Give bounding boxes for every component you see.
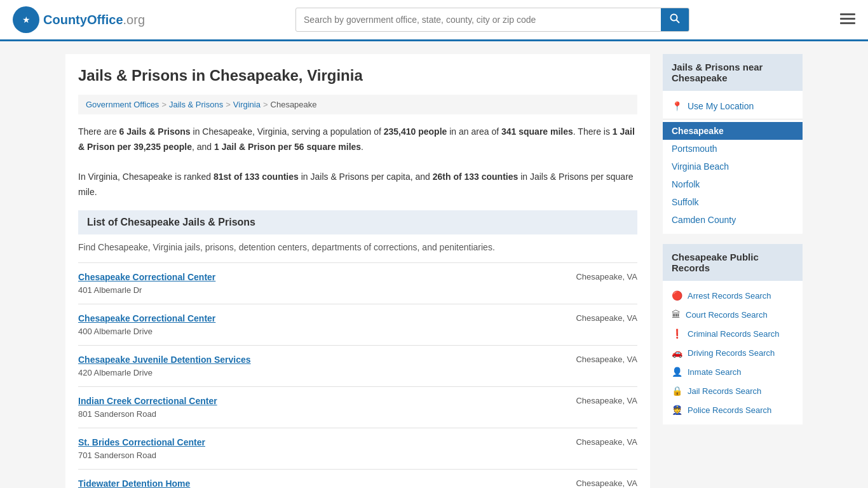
facility-name-link[interactable]: Indian Creek Correctional Center bbox=[78, 396, 548, 406]
criminal-icon: ❗ bbox=[672, 329, 682, 339]
facility-location: Chesapeake, VA bbox=[548, 437, 637, 447]
svg-rect-4 bbox=[840, 13, 855, 15]
record-link[interactable]: Driving Records Search bbox=[688, 348, 775, 358]
facility-info: Indian Creek Correctional Center 801 San… bbox=[78, 396, 548, 419]
sidebar-item-suffolk[interactable]: Suffolk bbox=[663, 193, 803, 211]
sidebar: Jails & Prisons near Chesapeake 📍 Use My… bbox=[663, 54, 803, 488]
facilities-list: Chesapeake Correctional Center 401 Albem… bbox=[78, 262, 637, 488]
list-header: List of Chesapeake Jails & Prisons bbox=[78, 210, 637, 234]
nearby-cities-list: ChesapeakePortsmouthVirginia BeachNorfol… bbox=[663, 122, 803, 229]
facility-info: Chesapeake Juvenile Detention Services 4… bbox=[78, 355, 548, 377]
city-link[interactable]: Camden County bbox=[672, 215, 736, 225]
page-title: Jails & Prisons in Chesapeake, Virginia bbox=[78, 67, 637, 85]
sidebar-item-portsmouth[interactable]: Portsmouth bbox=[663, 140, 803, 158]
table-row: St. Brides Correctional Center 701 Sande… bbox=[78, 428, 637, 469]
record-link[interactable]: Arrest Records Search bbox=[688, 291, 771, 301]
svg-rect-5 bbox=[840, 18, 855, 20]
nearby-header: Jails & Prisons near Chesapeake bbox=[663, 54, 803, 91]
table-row: Indian Creek Correctional Center 801 San… bbox=[78, 386, 637, 428]
breadcrumb-government-offices[interactable]: Government Offices bbox=[86, 100, 159, 109]
facility-info: Chesapeake Correctional Center 401 Albem… bbox=[78, 272, 548, 295]
search-button[interactable] bbox=[661, 8, 689, 31]
facility-address: 801 Sanderson Road bbox=[78, 409, 156, 419]
record-link[interactable]: Inmate Search bbox=[688, 367, 742, 377]
svg-text:★: ★ bbox=[22, 15, 31, 25]
police-icon: 👮 bbox=[672, 405, 682, 415]
facility-address: 400 Albemarle Drive bbox=[78, 327, 153, 336]
record-arrest[interactable]: 🔴 Arrest Records Search bbox=[663, 286, 803, 305]
use-my-location-link[interactable]: Use My Location bbox=[688, 101, 754, 111]
facility-name-link[interactable]: Chesapeake Juvenile Detention Services bbox=[78, 355, 548, 365]
breadcrumb-jails-prisons[interactable]: Jails & Prisons bbox=[169, 100, 223, 109]
svg-rect-6 bbox=[840, 22, 855, 24]
sidebar-item-chesapeake[interactable]: Chesapeake bbox=[663, 122, 803, 140]
facility-address: 401 Albemarle Dr bbox=[78, 285, 142, 295]
facility-name-link[interactable]: Chesapeake Correctional Center bbox=[78, 313, 548, 323]
facility-address: 420 Albemarle Drive bbox=[78, 368, 153, 377]
record-court[interactable]: 🏛 Court Records Search bbox=[663, 305, 803, 324]
list-description: Find Chesapeake, Virginia jails, prisons… bbox=[78, 242, 637, 252]
record-link[interactable]: Criminal Records Search bbox=[688, 329, 780, 339]
public-records-body: 🔴 Arrest Records Search 🏛 Court Records … bbox=[663, 281, 803, 424]
facility-name-link[interactable]: St. Brides Correctional Center bbox=[78, 437, 548, 447]
table-row: Chesapeake Correctional Center 400 Albem… bbox=[78, 304, 637, 345]
court-icon: 🏛 bbox=[672, 309, 681, 320]
facility-address: 701 Sanderson Road bbox=[78, 451, 156, 460]
nearby-body: 📍 Use My Location ChesapeakePortsmouthVi… bbox=[663, 91, 803, 234]
arrest-icon: 🔴 bbox=[672, 290, 682, 301]
facility-name-link[interactable]: Chesapeake Correctional Center bbox=[78, 272, 548, 282]
table-row: Chesapeake Correctional Center 401 Albem… bbox=[78, 262, 637, 304]
public-records-header: Chesapeake Public Records bbox=[663, 244, 803, 281]
record-police[interactable]: 👮 Police Records Search bbox=[663, 400, 803, 419]
facility-location: Chesapeake, VA bbox=[548, 355, 637, 364]
driving-icon: 🚗 bbox=[672, 348, 682, 358]
menu-icon[interactable] bbox=[840, 11, 855, 29]
city-link[interactable]: Suffolk bbox=[672, 197, 699, 207]
sidebar-item-norfolk[interactable]: Norfolk bbox=[663, 175, 803, 193]
list-section: List of Chesapeake Jails & Prisons Find … bbox=[78, 210, 637, 488]
logo[interactable]: ★ CountyOffice.org bbox=[13, 6, 145, 33]
inmate-icon: 👤 bbox=[672, 367, 682, 377]
public-records-section: Chesapeake Public Records 🔴 Arrest Recor… bbox=[663, 244, 803, 424]
public-records-list: 🔴 Arrest Records Search 🏛 Court Records … bbox=[663, 286, 803, 419]
facility-location: Chesapeake, VA bbox=[548, 478, 637, 488]
use-my-location[interactable]: 📍 Use My Location bbox=[663, 96, 803, 116]
svg-line-3 bbox=[677, 20, 680, 24]
nearby-section: Jails & Prisons near Chesapeake 📍 Use My… bbox=[663, 54, 803, 234]
city-link[interactable]: Portsmouth bbox=[672, 144, 717, 154]
sidebar-item-camden-county[interactable]: Camden County bbox=[663, 211, 803, 229]
record-inmate[interactable]: 👤 Inmate Search bbox=[663, 362, 803, 381]
description: There are 6 Jails & Prisons in Chesapeak… bbox=[78, 125, 637, 200]
search-bar bbox=[295, 8, 689, 32]
record-link[interactable]: Police Records Search bbox=[688, 405, 771, 415]
city-link[interactable]: Chesapeake bbox=[672, 126, 724, 136]
facility-location: Chesapeake, VA bbox=[548, 272, 637, 281]
table-row: Tidewater Detention Home 420 Albemarle D… bbox=[78, 469, 637, 488]
facility-name-link[interactable]: Tidewater Detention Home bbox=[78, 478, 548, 488]
facility-location: Chesapeake, VA bbox=[548, 313, 637, 323]
divider bbox=[663, 119, 803, 119]
sidebar-item-virginia-beach[interactable]: Virginia Beach bbox=[663, 158, 803, 175]
facility-info: Tidewater Detention Home 420 Albemarle D… bbox=[78, 478, 548, 488]
facility-info: Chesapeake Correctional Center 400 Albem… bbox=[78, 313, 548, 336]
svg-point-2 bbox=[671, 15, 677, 21]
logo-icon: ★ bbox=[13, 6, 39, 33]
record-link[interactable]: Court Records Search bbox=[686, 310, 768, 320]
facility-location: Chesapeake, VA bbox=[548, 396, 637, 405]
breadcrumb-virginia[interactable]: Virginia bbox=[233, 100, 261, 109]
record-driving[interactable]: 🚗 Driving Records Search bbox=[663, 343, 803, 362]
city-link[interactable]: Norfolk bbox=[672, 179, 700, 189]
record-link[interactable]: Jail Records Search bbox=[688, 386, 761, 396]
location-pin-icon: 📍 bbox=[672, 101, 682, 111]
record-criminal[interactable]: ❗ Criminal Records Search bbox=[663, 324, 803, 343]
facility-info: St. Brides Correctional Center 701 Sande… bbox=[78, 437, 548, 460]
search-input[interactable] bbox=[296, 10, 661, 30]
record-jail[interactable]: 🔒 Jail Records Search bbox=[663, 381, 803, 400]
breadcrumb-chesapeake: Chesapeake bbox=[271, 100, 317, 109]
city-link[interactable]: Virginia Beach bbox=[672, 161, 729, 172]
table-row: Chesapeake Juvenile Detention Services 4… bbox=[78, 345, 637, 386]
logo-text: CountyOffice.org bbox=[43, 13, 145, 27]
breadcrumb: Government Offices > Jails & Prisons > V… bbox=[78, 95, 637, 114]
jail-icon: 🔒 bbox=[672, 386, 682, 396]
